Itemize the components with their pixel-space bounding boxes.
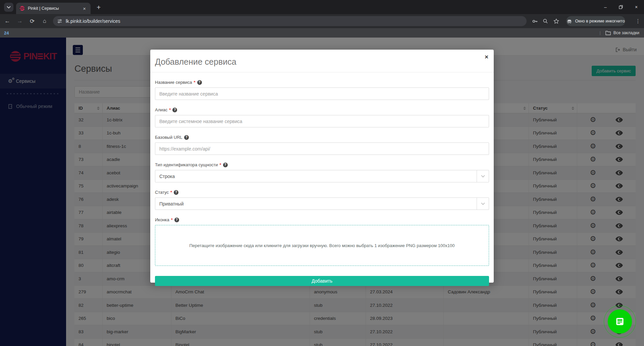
reload-icon[interactable]: ⟳: [27, 16, 37, 26]
modal-submit-button[interactable]: Добавить: [155, 276, 489, 286]
browser-tab[interactable]: Pinkit | Сервисы ×: [16, 3, 91, 14]
modal-header: Добавление сервиса ×: [150, 50, 494, 72]
browser-menu-icon[interactable]: ⋮: [634, 16, 642, 26]
form-group: Иконка*?Перетащите изображение сюда или …: [155, 217, 489, 266]
incognito-label: Окно в режиме инкогнито: [575, 19, 625, 23]
form-group: Базовый URL?: [155, 135, 489, 155]
forward-icon[interactable]: →: [15, 16, 25, 26]
help-icon[interactable]: ?: [172, 108, 177, 112]
incognito-badge[interactable]: Окно в режиме инкогнито: [566, 16, 625, 26]
bookmarks-separator: |: [599, 31, 600, 35]
chat-icon: [614, 316, 625, 327]
help-icon[interactable]: ?: [223, 163, 228, 167]
chat-widget-button[interactable]: [604, 305, 636, 338]
address-bar[interactable]: lk.pinkit.io/builder/services: [53, 16, 527, 26]
restore-icon: [619, 5, 623, 9]
form-group: Алиас*?: [155, 107, 489, 127]
form-group: Статус*?Приватный: [155, 190, 489, 210]
modal-close-icon[interactable]: ×: [485, 54, 488, 60]
field-input-0[interactable]: [155, 88, 489, 100]
chevron-down-icon: [7, 6, 11, 9]
form-group: Тип идентификатора сущности*?Строка: [155, 162, 489, 182]
field-label: Базовый URL?: [155, 135, 489, 140]
required-asterisk: *: [194, 80, 196, 85]
browser-window: Pinkit | Сервисы × + – × ← → ⟳ ⌂ lk.pink…: [0, 0, 644, 346]
field-input-2[interactable]: [155, 142, 489, 155]
zoom-icon[interactable]: [540, 16, 551, 26]
tab-search-button[interactable]: [4, 3, 13, 12]
bookmark-item[interactable]: 24: [4, 31, 9, 36]
tab-title: Pinkit | Сервисы: [28, 6, 82, 11]
required-asterisk: *: [169, 107, 171, 112]
page-viewport: PIN KIT ⚙⚙ Сервисы Обычный режим: [0, 38, 644, 346]
back-icon[interactable]: ←: [2, 16, 12, 26]
folder-icon: [605, 31, 611, 35]
help-icon[interactable]: ?: [174, 190, 178, 195]
field-label: Название сервиса*?: [155, 80, 489, 85]
field-select-3[interactable]: Строка: [155, 170, 489, 182]
icon-dropzone[interactable]: Перетащите изображение сюда или кликните…: [155, 225, 489, 266]
field-label: Алиас*?: [155, 107, 489, 112]
required-asterisk: *: [220, 162, 221, 167]
chevron-down-icon: [477, 170, 489, 182]
modal-body: Название сервиса*?Алиас*?Базовый URL?Тип…: [150, 80, 494, 295]
field-input-1[interactable]: [155, 115, 489, 127]
bookmarks-bar: 24 | Все закладки: [0, 28, 644, 38]
url-text: lk.pinkit.io/builder/services: [66, 18, 120, 24]
close-button[interactable]: ×: [629, 0, 644, 14]
field-label: Иконка*?: [155, 217, 489, 222]
help-icon[interactable]: ?: [197, 80, 202, 85]
field-label: Статус*?: [155, 190, 489, 195]
site-settings-icon[interactable]: [57, 18, 62, 24]
field-label: Тип идентификатора сущности*?: [155, 162, 489, 167]
help-icon[interactable]: ?: [184, 135, 189, 140]
minimize-button[interactable]: –: [598, 0, 613, 14]
restore-button[interactable]: [613, 0, 629, 14]
new-tab-button[interactable]: +: [97, 3, 101, 11]
browser-toolbar: ← → ⟳ ⌂ lk.pinkit.io/builder/services: [0, 14, 644, 28]
required-asterisk: *: [171, 217, 173, 222]
pinkit-favicon: [19, 6, 25, 11]
incognito-icon: [567, 18, 572, 24]
bookmark-star-icon[interactable]: [551, 16, 561, 26]
help-icon[interactable]: ?: [174, 218, 179, 222]
all-bookmarks-label[interactable]: Все закладки: [613, 31, 639, 35]
chevron-down-icon: [477, 198, 489, 210]
add-service-modal: Добавление сервиса × Название сервиса*?А…: [150, 50, 494, 283]
tab-close-icon[interactable]: ×: [82, 5, 87, 12]
required-asterisk: *: [170, 190, 172, 195]
home-icon[interactable]: ⌂: [40, 16, 50, 26]
window-controls: – ×: [598, 0, 644, 14]
tab-strip: Pinkit | Сервисы × + – ×: [0, 0, 644, 14]
password-key-icon[interactable]: [529, 16, 540, 26]
field-select-4[interactable]: Приватный: [155, 197, 489, 210]
form-group: Название сервиса*?: [155, 80, 489, 100]
modal-title: Добавление сервиса: [155, 57, 489, 67]
